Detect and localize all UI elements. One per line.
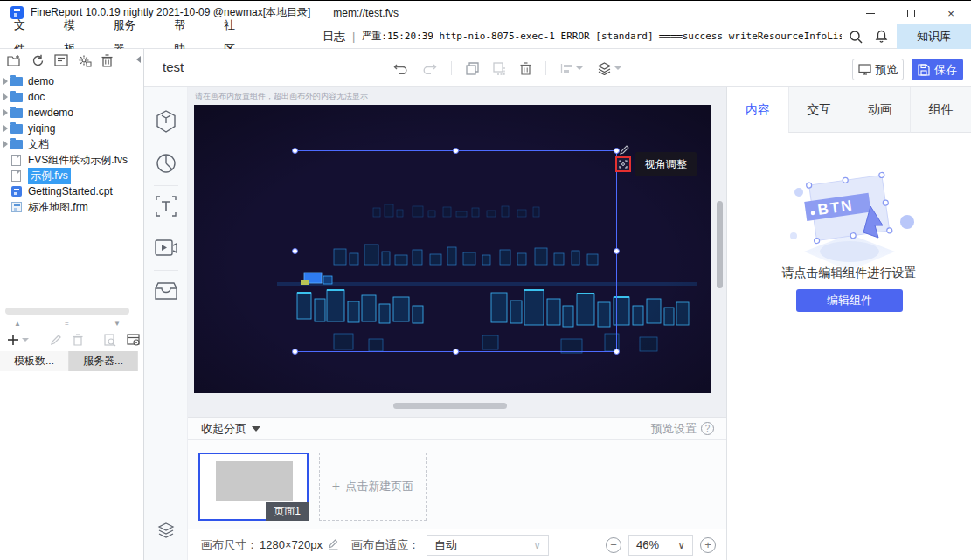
template-sidebar: demo doc newdemo yiqing 文档 (0, 49, 144, 560)
edit-size-pencil-icon[interactable] (328, 539, 339, 550)
resize-handle-nw[interactable] (292, 148, 298, 154)
refresh-icon[interactable] (31, 54, 45, 67)
panel-splitter[interactable]: ▲ = ▼ (0, 318, 140, 328)
save-button[interactable]: 保存 (912, 59, 963, 80)
resize-handle-s[interactable] (453, 349, 459, 355)
dataset-config-icon[interactable] (127, 334, 141, 346)
tree-file-fvs-demo[interactable]: FVS组件联动示例.fvs (0, 152, 140, 168)
expand-caret-icon[interactable] (3, 125, 8, 132)
dataset-tabs: 模板数... 服务器... (0, 351, 144, 371)
widget-library-icon[interactable] (154, 279, 178, 303)
layers-panel-icon[interactable] (154, 518, 178, 543)
edit-component-pencil-icon[interactable] (620, 145, 629, 155)
tree-folder-yiqing[interactable]: yiqing (0, 121, 140, 136)
sidebar-hscrollbar[interactable] (5, 308, 129, 315)
undo-icon[interactable] (393, 62, 408, 74)
tab-animation[interactable]: 动画 (850, 87, 911, 133)
page-thumbnail-1[interactable]: 页面1 (198, 453, 309, 521)
edit-dataset-icon[interactable] (50, 334, 62, 346)
template-view-icon[interactable] (54, 54, 68, 66)
resize-handle-se[interactable] (614, 349, 620, 355)
minimize-icon (866, 13, 875, 14)
expand-caret-icon[interactable] (3, 93, 8, 100)
component-selection-frame[interactable] (295, 150, 617, 352)
tree-file-standardmap[interactable]: 标准地图.frm (0, 199, 140, 215)
resize-handle-n[interactable] (453, 148, 459, 154)
knowledge-base-button[interactable]: 知识库 (897, 24, 971, 49)
panel-hint-text: 请点击编辑组件进行设置 (727, 266, 971, 281)
preview-settings-link[interactable]: 预览设置 ? (651, 421, 714, 437)
settings-gear-icon[interactable] (78, 54, 92, 67)
zoom-out-button[interactable]: − (606, 537, 621, 553)
tab-interaction[interactable]: 交互 (788, 87, 850, 133)
log-zone[interactable]: 日志 | 严重:15:20:39 http-nio-8075-exec-1 ER… (323, 29, 842, 45)
tab-template-datasets[interactable]: 模板数... (0, 351, 69, 371)
chevron-down-icon (614, 66, 621, 70)
delete-icon[interactable] (101, 54, 113, 67)
zoom-in-button[interactable]: + (700, 537, 716, 553)
expand-caret-icon[interactable] (3, 78, 8, 85)
tree-file-example-selected[interactable]: 示例.fvs (0, 168, 140, 183)
copy-icon[interactable] (466, 62, 479, 75)
maximize-icon (907, 10, 915, 17)
maximize-button[interactable] (891, 1, 931, 25)
document-path: mem://test.fvs (333, 7, 399, 19)
close-button[interactable]: × (931, 1, 971, 25)
view-adjust-button-highlighted[interactable] (615, 156, 631, 172)
canvas-vscrollbar[interactable] (717, 201, 723, 288)
expand-caret-icon[interactable] (3, 109, 8, 116)
tree-file-gettingstarted[interactable]: GettingStarted.cpt (0, 183, 140, 199)
redo-icon[interactable] (422, 62, 437, 74)
component-strip (144, 87, 188, 560)
resize-handle-sw[interactable] (292, 349, 298, 355)
tree-folder-docs[interactable]: 文档 (0, 136, 140, 152)
dataset-toolbar (0, 328, 140, 351)
chevron-down-icon (576, 66, 583, 70)
canvas-size-value: 1280×720px (260, 538, 323, 551)
editor-toolbar: test (144, 49, 971, 87)
delete-dataset-icon[interactable] (73, 334, 83, 346)
align-dropdown[interactable] (560, 63, 583, 74)
folder-icon (10, 124, 23, 134)
tree-folder-demo[interactable]: demo (0, 73, 140, 89)
new-page-button[interactable]: + 点击新建页面 (319, 453, 427, 521)
tab-server-datasets[interactable]: 服务器... (69, 351, 138, 371)
caret-down-icon (252, 426, 260, 432)
add-dataset-button[interactable] (7, 334, 29, 346)
expand-caret-icon[interactable] (3, 141, 8, 148)
chevron-down-icon: ∨ (677, 539, 685, 551)
paste-icon[interactable] (493, 62, 506, 75)
delete-component-icon[interactable] (520, 62, 531, 75)
canvas-hscrollbar[interactable] (393, 403, 507, 409)
resize-handle-ne[interactable] (614, 148, 620, 154)
canvas-hint-text: 请在画布内放置组件，超出画布外的内容无法显示 (195, 91, 368, 102)
log-label: 日志 (323, 29, 345, 45)
help-question-icon[interactable]: ? (701, 422, 714, 435)
canvas-fit-select[interactable]: 自动 ∨ (427, 535, 549, 556)
properties-panel: 内容 交互 动画 组件 (726, 87, 971, 560)
minimize-button[interactable] (850, 1, 891, 25)
collapse-pages-toggle[interactable]: 收起分页 (201, 421, 260, 437)
media-component-icon[interactable] (154, 236, 178, 260)
resize-handle-e[interactable] (614, 248, 620, 254)
preview-dataset-icon[interactable] (104, 334, 116, 347)
resize-handle-w[interactable] (292, 248, 298, 254)
preview-button[interactable]: 预览 (852, 59, 904, 80)
tree-folder-doc[interactable]: doc (0, 89, 140, 105)
document-tab-title: test (163, 59, 184, 74)
chevron-down-icon: ∨ (533, 539, 541, 551)
search-icon[interactable] (849, 30, 863, 44)
log-message: 严重:15:20:39 http-nio-8075-exec-1 ERROR [… (362, 30, 842, 43)
tab-component[interactable]: 组件 (910, 87, 971, 133)
chart-component-icon[interactable] (154, 151, 178, 176)
new-folder-icon[interactable] (7, 54, 22, 67)
3d-component-icon[interactable] (154, 109, 178, 134)
notification-bell-icon[interactable] (875, 30, 888, 44)
zoom-level-select[interactable]: 46% ∨ (628, 535, 693, 556)
edit-component-button[interactable]: 编辑组件 (796, 289, 903, 312)
sidebar-collapse-icon[interactable] (136, 56, 141, 63)
text-component-icon[interactable] (154, 194, 178, 218)
tree-folder-newdemo[interactable]: newdemo (0, 105, 140, 121)
layers-dropdown[interactable] (597, 62, 621, 75)
tab-content[interactable]: 内容 (727, 87, 788, 133)
